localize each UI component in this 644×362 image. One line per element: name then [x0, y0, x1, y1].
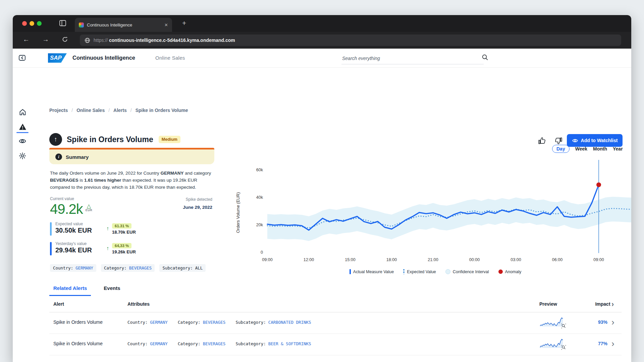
expected-value: 30.50k EUR: [55, 227, 92, 234]
table-row[interactable]: Spike in Orders Volume Country:GERMANY C…: [49, 312, 622, 334]
nav-alerts-icon[interactable]: [18, 122, 27, 131]
nav-watchlist-icon[interactable]: [18, 137, 27, 145]
tab-favicon-icon: [79, 22, 84, 27]
country-tag: Country:GERMANY: [50, 264, 96, 272]
tab-related-alerts[interactable]: Related Alerts: [49, 283, 91, 296]
svg-text:21:00: 21:00: [428, 257, 438, 262]
range-year[interactable]: Year: [613, 146, 623, 152]
svg-text:09:00: 09:00: [262, 257, 272, 262]
chevron-right-icon[interactable]: ›: [611, 318, 614, 326]
app-content: SAP Continuous Intelligence Online Sales…: [13, 49, 631, 362]
tab-events[interactable]: Events: [100, 283, 124, 296]
svg-text:15:00: 15:00: [345, 257, 355, 262]
expected-percent-badge: 61.31 %: [112, 223, 131, 229]
spike-up-icon: ↑: [49, 133, 62, 146]
reload-button[interactable]: [62, 36, 68, 44]
magnifier-icon: [561, 323, 566, 330]
app-title: Continuous Intelligence: [72, 55, 135, 61]
arrow-up-icon: ↑: [106, 226, 109, 232]
expected-value-label: Expected value: [55, 222, 92, 226]
app-header: SAP Continuous Intelligence Online Sales: [13, 49, 631, 68]
legend-expected: Expected Value: [403, 269, 436, 274]
chevron-right-icon[interactable]: ›: [611, 339, 614, 348]
yesterday-delta: 19.26k EUR: [112, 249, 136, 254]
url-bar[interactable]: https:// continuous-intelligence.c-5d4a4…: [80, 35, 621, 46]
new-tab-button[interactable]: +: [182, 19, 186, 26]
url-host: continuous-intelligence.c-5d4a416.kyma.o…: [109, 38, 235, 43]
workspace-selector[interactable]: Online Sales: [155, 55, 185, 61]
expected-value-bar: [50, 222, 52, 236]
breadcrumb-alerts[interactable]: Alerts: [113, 108, 127, 113]
nav-home-icon[interactable]: [18, 108, 27, 116]
yesterday-value-label: Yesterday's value: [55, 241, 92, 246]
anomaly-marker: [498, 269, 503, 274]
breadcrumb-current[interactable]: Spike in Orders Volume: [136, 108, 188, 113]
svg-text:09:00: 09:00: [593, 257, 604, 262]
legend-confidence: Confidence Interval: [445, 269, 489, 274]
dashed-line-marker: [403, 269, 405, 274]
spike-detected-label: Spike detected: [183, 197, 212, 202]
svg-text:12:00: 12:00: [304, 257, 314, 262]
svg-text:03:00: 03:00: [511, 257, 521, 262]
arrow-up-icon: ↑: [106, 245, 109, 251]
close-window-button[interactable]: [22, 21, 27, 26]
nav-settings-icon[interactable]: [18, 152, 27, 160]
chart-legend: Actual Measure Value Expected Value Conf…: [234, 269, 631, 274]
column-preview: Preview: [539, 301, 557, 307]
row-sparkline-preview[interactable]: [539, 316, 564, 328]
row-attributes: Country:GERMANY Category:BEVERAGES Subca…: [127, 341, 311, 346]
trend-up-icon: △: [87, 204, 91, 208]
search-icon[interactable]: [482, 54, 488, 62]
thumbs-down-button[interactable]: [554, 136, 563, 145]
page-title: Spike in Orders Volume: [67, 135, 153, 144]
table-row[interactable]: Spike in Orders Volume Country:GERMANY C…: [49, 334, 622, 355]
chevron-right-icon[interactable]: ›: [611, 300, 614, 309]
confidence-marker: [445, 269, 450, 274]
minimize-window-button[interactable]: [30, 21, 34, 26]
back-button[interactable]: ←: [23, 36, 30, 43]
column-attributes: Attributes: [127, 301, 150, 307]
summary-text: The daily Orders volume on June 29, 2022…: [50, 170, 214, 191]
related-alerts-table: Alert Attributes Preview Impact › Spike …: [49, 299, 622, 355]
tab-close-icon[interactable]: ✕: [164, 22, 168, 27]
browser-tab[interactable]: Continuous Intelligence ✕: [75, 18, 172, 32]
subcategory-tag: Subcategory:ALL: [159, 264, 206, 272]
row-sparkline-preview[interactable]: [539, 338, 564, 349]
forward-button[interactable]: →: [42, 36, 49, 43]
svg-text:0: 0: [261, 250, 263, 255]
collapse-sidebar-icon[interactable]: [18, 54, 26, 63]
row-alert-name: Spike in Orders Volume: [53, 341, 103, 346]
globe-icon: [85, 38, 90, 43]
range-selector: Day Week Month Year: [552, 145, 623, 153]
svg-text:00:00: 00:00: [469, 257, 480, 262]
category-tag: Category:BEVERAGES: [101, 264, 155, 272]
expected-value-metric: Expected value 30.50k EUR ↑ 61.31 % 18.7…: [50, 222, 214, 236]
yesterday-value: 29.94k EUR: [55, 246, 92, 254]
browser-window: Continuous Intelligence ✕ + ← → https://…: [13, 15, 631, 362]
row-alert-name: Spike in Orders Volume: [53, 319, 103, 325]
sidebar-toggle-icon[interactable]: [59, 19, 66, 28]
summary-heading: Summary: [66, 154, 89, 160]
breadcrumb-online-sales[interactable]: Online Sales: [76, 108, 105, 113]
search-input[interactable]: [341, 53, 484, 64]
legend-anomaly: Anomaly: [498, 269, 522, 274]
range-week[interactable]: Week: [575, 146, 587, 152]
range-day[interactable]: Day: [552, 145, 570, 153]
browser-titlebar: Continuous Intelligence ✕ +: [13, 15, 631, 32]
current-value: 49.2k: [50, 202, 83, 217]
browser-navbar: ← → https:// continuous-intelligence.c-5…: [13, 32, 631, 49]
breadcrumb-projects[interactable]: Projects: [49, 108, 68, 113]
alert-title-row: ↑ Spike in Orders Volume Medium: [49, 133, 180, 146]
range-month[interactable]: Month: [593, 146, 607, 152]
current-value-unit: EUR: [86, 208, 93, 212]
breadcrumb: Projects / Online Sales / Alerts / Spike…: [49, 108, 188, 113]
detail-tabs: Related Alerts Events: [49, 283, 124, 296]
legend-actual: Actual Measure Value: [350, 269, 394, 274]
active-nav-indicator: [16, 132, 29, 133]
magnifier-icon: [561, 345, 566, 351]
thumbs-up-button[interactable]: [538, 136, 546, 145]
summary-header: i Summary: [49, 149, 214, 164]
zoom-window-button[interactable]: [37, 21, 42, 26]
tab-title: Continuous Intelligence: [87, 22, 161, 27]
sap-logo: SAP: [48, 53, 67, 63]
